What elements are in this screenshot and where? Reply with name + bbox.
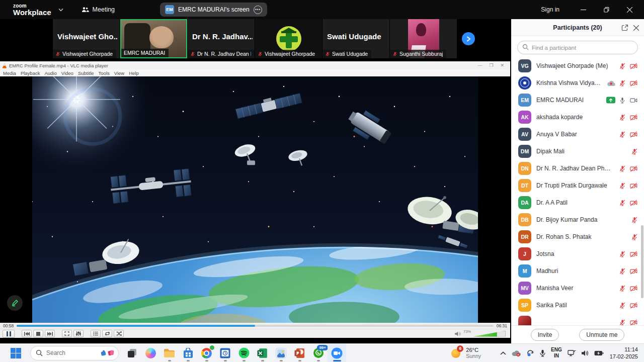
task-view-icon[interactable] <box>123 344 141 362</box>
participant-row[interactable]: AK akshada koparde <box>511 109 644 126</box>
previous-button[interactable] <box>22 330 32 337</box>
participant-row[interactable]: DB Dr. Bijoy Kumar Panda <box>511 211 644 228</box>
calendar-app-icon[interactable] <box>216 344 234 362</box>
participant-row[interactable]: MV Manisha Veer <box>511 280 644 297</box>
tab-meeting[interactable]: Meeting <box>82 6 115 13</box>
vlc-video-area[interactable] <box>0 76 510 323</box>
participant-row[interactable]: DT Dr Trupti Pratik Durgawale <box>511 177 644 194</box>
microphone-tray-icon[interactable] <box>540 349 545 357</box>
filmstrip-video-tile[interactable]: Dr N. R. Jadhav... Dr N. R. Jadhav Dean … <box>188 19 255 58</box>
find-participant-input[interactable] <box>517 41 638 54</box>
taskbar-clock[interactable]: 11:14 17-02-2025 <box>610 346 638 360</box>
vlc-close-button[interactable]: ✕ <box>500 63 504 68</box>
participant-row[interactable] <box>511 314 644 325</box>
vlc-restore-button[interactable]: ❐ <box>489 63 493 68</box>
vlc-menu-view[interactable]: View <box>114 70 124 76</box>
vlc-menu-playback[interactable]: Playback <box>21 70 40 76</box>
minimize-button[interactable] <box>572 0 595 19</box>
spotify-icon[interactable] <box>234 344 253 362</box>
show-hidden-icons-chevron[interactable] <box>500 351 506 355</box>
microsoft-store-icon[interactable] <box>179 344 197 362</box>
vlc-minimize-button[interactable]: — <box>477 63 482 68</box>
language-indicator[interactable]: ENG IN <box>551 347 562 359</box>
zoom-app-icon[interactable] <box>328 344 346 362</box>
clock-date: 17-02-2025 <box>610 353 638 360</box>
photos-icon[interactable] <box>272 344 290 362</box>
participant-row[interactable]: M Madhuri <box>511 262 644 280</box>
vlc-menu-audio[interactable]: Audio <box>44 70 56 76</box>
chevron-down-icon[interactable] <box>58 8 63 12</box>
onedrive-error-icon[interactable] <box>512 350 521 356</box>
vlc-menu-video[interactable]: Video <box>61 70 73 76</box>
pop-out-icon[interactable] <box>621 24 628 31</box>
participant-row[interactable]: J Jotsna <box>511 245 644 262</box>
mic-on-icon <box>619 97 626 104</box>
vlc-menu-subtitle[interactable]: Subtitle <box>78 70 94 76</box>
volume-control[interactable]: 73% <box>455 331 508 337</box>
participants-scrollbar[interactable] <box>641 225 643 298</box>
sign-in-link[interactable]: Sign in <box>541 6 559 13</box>
participant-avatar: J <box>518 247 531 260</box>
annotate-pencil-button[interactable] <box>7 295 23 311</box>
active-share-pill[interactable]: EM EMRC MADURAI's screen ••• <box>160 3 267 17</box>
shuffle-button[interactable] <box>114 330 124 337</box>
volume-slider[interactable] <box>473 331 506 337</box>
next-button[interactable] <box>45 330 55 337</box>
chrome-icon[interactable] <box>197 344 216 362</box>
close-button[interactable] <box>618 0 641 19</box>
filmstrip-video-tile[interactable]: Vishwajeet Gho... Vishwajeet Ghorpade <box>53 19 120 58</box>
taskbar-search-input[interactable] <box>46 349 97 356</box>
screen-share-badge <box>606 97 615 104</box>
filmstrip-video-tile[interactable]: Vishwajeet Ghorpade <box>255 19 322 58</box>
participant-row[interactable]: SP Sarika Patil <box>511 297 644 314</box>
battery-icon[interactable] <box>594 350 604 356</box>
taskbar-search-box[interactable] <box>30 346 119 360</box>
filmstrip-video-tile[interactable]: Swati Udugade Swati Udugade <box>323 19 389 58</box>
next-page-arrow-button[interactable] <box>462 32 475 45</box>
vlc-titlebar[interactable]: EMRC Profile Female.mp4 - VLC media play… <box>0 61 510 69</box>
vlc-menu-media[interactable]: Media <box>3 70 16 76</box>
update-sync-icon[interactable] <box>526 349 534 356</box>
close-panel-icon[interactable] <box>633 25 639 31</box>
invite-button[interactable]: Invite <box>531 329 559 341</box>
speaker-tray-icon[interactable] <box>582 350 589 356</box>
participant-row[interactable]: DR Dr. Rohan S. Phatak <box>511 228 644 245</box>
extended-settings-button[interactable] <box>73 330 84 337</box>
fullscreen-button[interactable] <box>62 330 72 337</box>
participant-row[interactable]: DN Dr N. R. Jadhav Dean Pharmacy <box>511 160 644 177</box>
loop-button[interactable] <box>102 330 112 337</box>
participant-row[interactable]: EM EMRC MADURAI <box>511 92 644 109</box>
participants-panel: Participants (20) VG Vishwajeet Ghorpade… <box>510 19 644 343</box>
filmstrip-video-tile[interactable]: Suganthi Subburaj <box>390 19 457 58</box>
camera-off-icon <box>629 267 638 275</box>
weather-widget[interactable]: 6 26°C Sunny <box>450 347 481 359</box>
mic-muted-icon <box>619 131 626 138</box>
network-icon[interactable] <box>568 349 576 356</box>
file-explorer-icon[interactable] <box>160 344 179 362</box>
vlc-seekbar[interactable] <box>17 325 493 327</box>
volume-percent-label: 73% <box>463 329 471 334</box>
participant-row[interactable]: DA Dr. A A Patil <box>511 194 644 211</box>
participant-row[interactable]: AV Anuya V Babar <box>511 126 644 143</box>
start-button[interactable] <box>8 344 23 362</box>
playlist-button[interactable] <box>91 330 101 337</box>
more-options-icon[interactable]: ••• <box>254 6 262 14</box>
filmstrip-video-tile[interactable]: EMRC MADURAI <box>120 19 187 58</box>
weather-alert-badge: 6 <box>457 345 463 352</box>
camera-off-icon <box>629 285 638 292</box>
unmute-me-button[interactable]: Unmute me <box>579 329 624 341</box>
pause-button[interactable] <box>3 330 15 338</box>
participant-row[interactable]: DM Dipak Mali <box>511 143 644 160</box>
powerpoint-icon[interactable] <box>290 344 309 362</box>
stop-button[interactable] <box>33 330 43 337</box>
whatsapp-icon[interactable]: 99+ <box>309 344 328 362</box>
participant-row[interactable]: VG Vishwajeet Ghorpade (Me) <box>511 57 644 74</box>
camera-off-icon <box>629 319 638 326</box>
participant-name: Anuya V Babar <box>536 131 614 138</box>
participant-row[interactable]: Krishna Vishwa Vidya... (Host) <box>511 74 644 92</box>
vlc-menu-help[interactable]: Help <box>129 70 139 76</box>
copilot-icon[interactable] <box>141 344 160 362</box>
restore-button[interactable] <box>595 0 618 19</box>
excel-icon[interactable] <box>253 344 272 362</box>
vlc-menu-tools[interactable]: Tools <box>99 70 110 76</box>
